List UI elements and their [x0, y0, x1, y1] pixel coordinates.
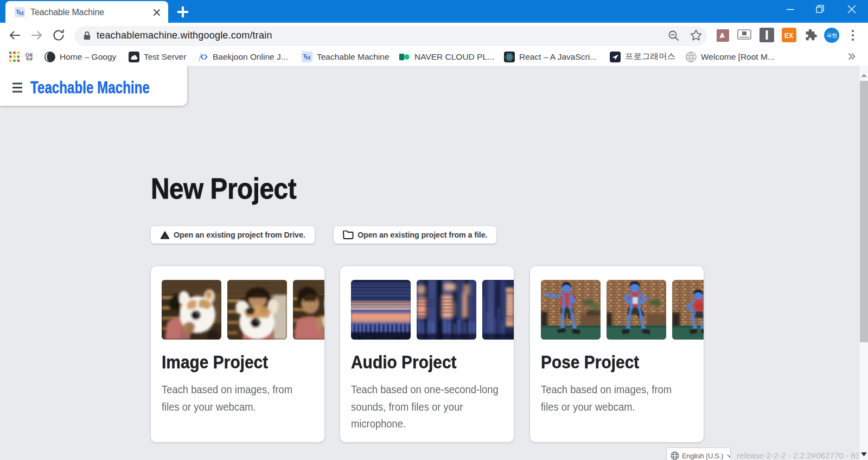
svg-text:M: M	[305, 55, 311, 61]
svg-text:EX: EX	[784, 32, 793, 40]
svg-text:M: M	[18, 10, 24, 16]
svg-text:국현: 국현	[826, 33, 837, 39]
